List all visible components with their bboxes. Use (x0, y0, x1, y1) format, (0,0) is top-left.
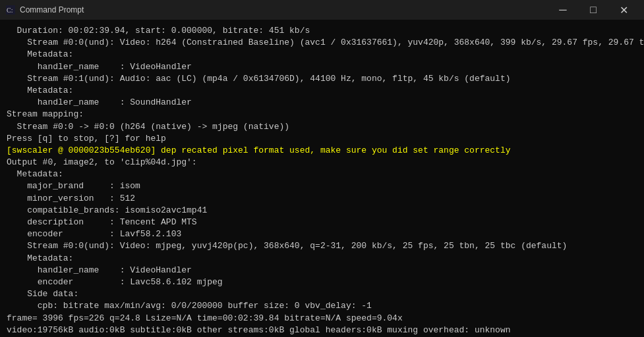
console-line: minor_version : 512 (7, 193, 637, 205)
console-line: handler_name : VideoHandler (7, 61, 637, 73)
console-line: handler_name : SoundHandler (7, 97, 637, 109)
console-line: encoder : Lavc58.6.102 mjpeg (7, 276, 637, 288)
maximize-button[interactable]: □ (578, 0, 608, 20)
window-controls: ─ □ ✕ (548, 0, 639, 20)
svg-text:C:: C: (7, 7, 13, 14)
console-line: Side data: (7, 288, 637, 300)
console-output: Duration: 00:02:39.94, start: 0.000000, … (0, 20, 644, 337)
minimize-button[interactable]: ─ (548, 0, 578, 20)
console-line: Duration: 00:02:39.94, start: 0.000000, … (7, 25, 637, 37)
console-line: cpb: bitrate max/min/avg: 0/0/200000 buf… (7, 300, 637, 312)
console-line: Stream #0:0(und): Video: mjpeg, yuvj420p… (7, 240, 637, 252)
console-line: Metadata: (7, 49, 637, 61)
title-bar: C: Command Prompt ─ □ ✕ (0, 0, 644, 20)
console-line: Output #0, image2, to 'clip%04d.jpg': (7, 157, 637, 168)
console-line: encoder : Lavf58.2.103 (7, 228, 637, 240)
console-line: Press [q] to stop, [?] for help (7, 133, 637, 145)
console-line: Metadata: (7, 168, 637, 180)
console-line: major_brand : isom (7, 180, 637, 192)
console-line: Stream mapping: (7, 109, 637, 120)
console-line: Metadata: (7, 85, 637, 97)
console-line: Stream #0:0 -> #0:0 (h264 (native) -> mj… (7, 121, 637, 133)
app-icon: C: (5, 5, 16, 15)
console-line: [swscaler @ 0000023b554eb620] dep recate… (7, 145, 637, 157)
console-line: handler_name : VideoHandler (7, 265, 637, 276)
console-line: description : Tencent APD MTS (7, 217, 637, 228)
console-line: video:19756kB audio:0kB subtitle:0kB oth… (7, 324, 637, 336)
console-line: Stream #0:1(und): Audio: aac (LC) (mp4a … (7, 73, 637, 85)
close-button[interactable]: ✕ (608, 0, 639, 20)
console-line: compatible_brands: isomiso2avc1mp41 (7, 205, 637, 217)
console-line: Metadata: (7, 253, 637, 265)
console-line: Stream #0:0(und): Video: h264 (Constrain… (7, 37, 637, 49)
console-line: frame= 3996 fps=226 q=24.8 Lsize=N/A tim… (7, 313, 637, 324)
window-title: Command Prompt (20, 5, 548, 14)
